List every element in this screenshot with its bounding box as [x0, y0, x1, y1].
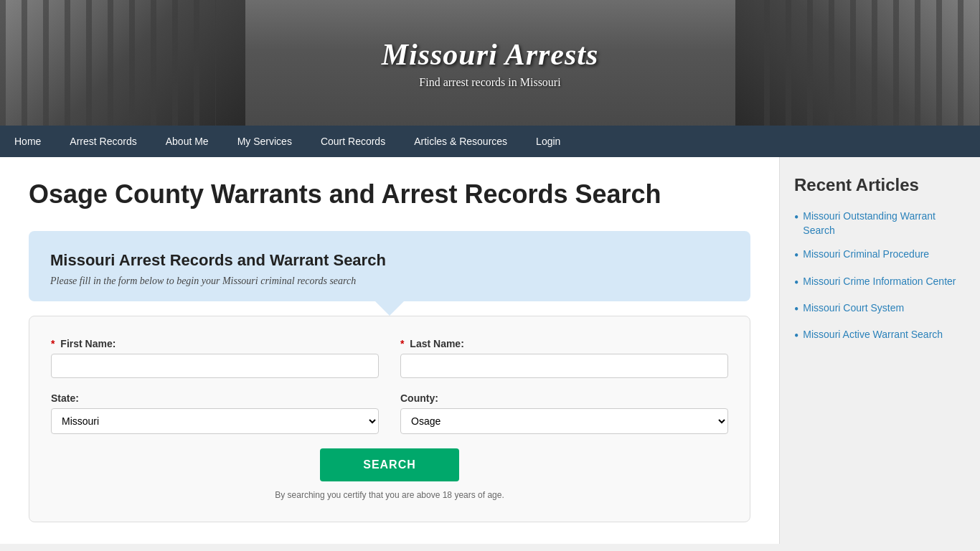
- search-button[interactable]: SEARCH: [320, 448, 459, 481]
- article-link-3[interactable]: Missouri Crime Information Center: [803, 275, 956, 289]
- county-group: County: Osage: [400, 392, 728, 434]
- state-group: State: Missouri: [51, 392, 379, 434]
- recent-articles-list: Missouri Outstanding Warrant Search Miss…: [794, 209, 966, 345]
- site-header: Missouri Arrests Find arrest records in …: [0, 0, 980, 126]
- sidebar-title: Recent Articles: [794, 175, 966, 195]
- list-item: Missouri Active Warrant Search: [794, 328, 966, 344]
- search-card-subtitle: Please fill in the form below to begin y…: [50, 276, 729, 287]
- main-content: Osage County Warrants and Arrest Records…: [0, 157, 779, 544]
- article-link-1[interactable]: Missouri Outstanding Warrant Search: [803, 209, 966, 237]
- search-form-area: * First Name: * Last Name: State:: [29, 316, 750, 522]
- last-name-input[interactable]: [400, 354, 728, 378]
- article-link-4[interactable]: Missouri Court System: [803, 301, 904, 316]
- first-name-label: * First Name:: [51, 338, 379, 349]
- last-name-group: * Last Name:: [400, 338, 728, 378]
- card-pointer: [375, 301, 404, 316]
- list-item: Missouri Outstanding Warrant Search: [794, 209, 966, 237]
- main-nav: Home Arrest Records About Me My Services…: [0, 126, 980, 157]
- state-select[interactable]: Missouri: [51, 408, 379, 434]
- site-title: Missouri Arrests: [382, 37, 599, 72]
- nav-court-records[interactable]: Court Records: [306, 126, 400, 157]
- list-item: Missouri Criminal Procedure: [794, 248, 966, 264]
- list-item: Missouri Crime Information Center: [794, 275, 966, 291]
- last-name-label: * Last Name:: [400, 338, 728, 349]
- list-item: Missouri Court System: [794, 301, 966, 318]
- search-card-title: Missouri Arrest Records and Warrant Sear…: [50, 251, 729, 270]
- main-container: Osage County Warrants and Arrest Records…: [0, 157, 980, 544]
- county-label: County:: [400, 392, 728, 404]
- form-disclaimer: By searching you certify that you are ab…: [51, 490, 728, 500]
- location-row: State: Missouri County: Osage: [51, 392, 728, 434]
- nav-login[interactable]: Login: [522, 126, 575, 157]
- state-label: State:: [51, 392, 379, 404]
- nav-about-me[interactable]: About Me: [151, 126, 223, 157]
- article-link-2[interactable]: Missouri Criminal Procedure: [803, 248, 929, 262]
- nav-articles[interactable]: Articles & Resources: [400, 126, 522, 157]
- page-title: Osage County Warrants and Arrest Records…: [29, 179, 750, 209]
- sidebar: Recent Articles Missouri Outstanding War…: [779, 157, 980, 544]
- county-select[interactable]: Osage: [400, 408, 728, 434]
- nav-my-services[interactable]: My Services: [223, 126, 306, 157]
- nav-home[interactable]: Home: [0, 126, 55, 157]
- search-card: Missouri Arrest Records and Warrant Sear…: [29, 231, 750, 301]
- first-name-group: * First Name:: [51, 338, 379, 378]
- site-subtitle: Find arrest records in Missouri: [382, 76, 599, 89]
- required-star-first: *: [51, 338, 55, 349]
- name-row: * First Name: * Last Name:: [51, 338, 728, 378]
- article-link-5[interactable]: Missouri Active Warrant Search: [803, 328, 943, 342]
- first-name-input[interactable]: [51, 354, 379, 378]
- nav-arrest-records[interactable]: Arrest Records: [55, 126, 151, 157]
- required-star-last: *: [400, 338, 404, 349]
